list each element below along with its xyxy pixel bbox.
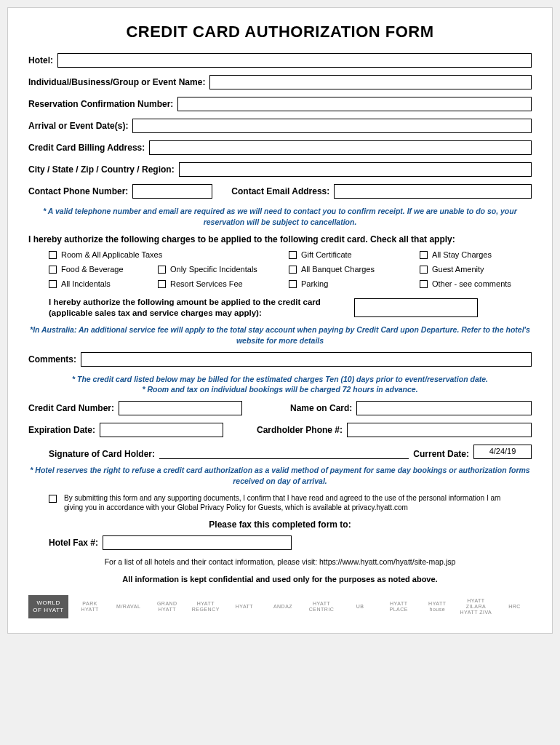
row-citystate: City / State / Zip / Country / Region: (28, 162, 532, 177)
label-signature: Signature of Card Holder: (49, 449, 155, 459)
label-billing: Credit Card Billing Address: (28, 143, 145, 153)
logo-hyatt-regency: HYATT REGENCY (188, 601, 223, 612)
checkbox-all-stay[interactable] (420, 251, 428, 259)
check-other: Other - see comments (420, 279, 529, 288)
logo-grand-hyatt: GRAND HYATT (150, 601, 184, 612)
checkbox-grid: Room & All Applicable Taxes Gift Certifi… (49, 250, 532, 288)
hotel-list-text: For a list of all hotels and their conta… (28, 557, 532, 566)
label-current-date: Current Date: (413, 449, 469, 459)
label-hotel: Hotel: (28, 55, 53, 65)
checkbox-banquet[interactable] (289, 266, 297, 274)
label-citystate: City / State / Zip / Country / Region: (28, 164, 175, 175)
input-citystate[interactable] (179, 162, 532, 177)
label-cc-phone: Cardholder Phone #: (257, 425, 343, 435)
row-arrival: Arrival or Event Date(s): (28, 119, 532, 133)
check-parking: Parking (289, 279, 412, 288)
checkbox-room-taxes[interactable] (49, 251, 57, 259)
check-food-bev: Food & Beverage (49, 265, 151, 274)
row-contact: Contact Phone Number: Contact Email Addr… (28, 184, 532, 199)
authorize-amount-row: I hereby authorize the following amount … (49, 297, 532, 319)
checkbox-guest-amenity[interactable] (420, 266, 428, 274)
checkbox-gift-cert[interactable] (289, 251, 297, 259)
input-reservation[interactable] (177, 97, 532, 111)
input-email[interactable] (334, 184, 532, 199)
row-cc-exp-phone: Expiration Date: Cardholder Phone #: (28, 423, 532, 437)
note-billing-timeline: * The credit card listed below may be bi… (28, 374, 532, 395)
input-phone[interactable] (132, 184, 212, 199)
row-billing: Credit Card Billing Address: (28, 140, 532, 155)
checkbox-parking[interactable] (289, 280, 297, 288)
label-cc-number: Credit Card Number: (28, 403, 114, 413)
row-hotel: Hotel: (28, 53, 532, 68)
label-reservation: Reservation Confirmation Number: (28, 99, 173, 109)
logo-hyatt-place: HYATT PLACE (382, 601, 416, 612)
input-cc-name[interactable] (356, 401, 532, 415)
authorize-amount-label: I hereby authorize the following amount … (49, 297, 340, 319)
label-comments: Comments: (28, 354, 76, 364)
input-name[interactable] (209, 75, 532, 89)
checkbox-food-bev[interactable] (49, 266, 57, 274)
checkbox-resort-fee[interactable] (158, 280, 166, 288)
form-title: CREDIT CARD AUTHORIZATION FORM (28, 23, 532, 41)
note-refuse-right: * Hotel reserves the right to refuse a c… (28, 465, 532, 486)
row-cc-number-name: Credit Card Number: Name on Card: (28, 401, 532, 415)
fax-title: Please fax this completed form to: (28, 519, 532, 530)
note-australia: *In Australia: An additional service fee… (28, 324, 532, 346)
checkbox-other[interactable] (420, 280, 428, 288)
authorize-charges-label: I hereby authorize the following charges… (28, 234, 532, 244)
label-fax: Hotel Fax #: (49, 538, 98, 548)
logo-hrc: HRC (497, 604, 532, 610)
label-cc-exp: Expiration Date: (28, 425, 95, 435)
logo-andaz: ANDAZ (265, 604, 300, 610)
check-resort-fee: Resort Services Fee (158, 279, 281, 288)
checkbox-specific-inc[interactable] (158, 266, 166, 274)
row-privacy: By submitting this form and any supporti… (49, 493, 511, 512)
input-hotel[interactable] (57, 53, 532, 68)
checkbox-all-inc[interactable] (49, 280, 57, 288)
input-current-date[interactable]: 4/24/19 (473, 445, 532, 459)
input-arrival[interactable] (132, 119, 532, 133)
logo-hyatt-centric: HYATT CENTRIC (305, 601, 339, 612)
input-comments[interactable] (81, 352, 532, 367)
note-contact-required: * A valid telephone number and email are… (28, 206, 532, 227)
checkbox-privacy[interactable] (49, 495, 57, 503)
privacy-text: By submitting this form and any supporti… (64, 493, 511, 512)
input-authorize-amount[interactable] (354, 298, 478, 317)
label-arrival: Arrival or Event Date(s): (28, 121, 128, 131)
check-all-stay: All Stay Charges (420, 250, 529, 259)
row-comments: Comments: (28, 352, 532, 367)
label-phone: Contact Phone Number: (28, 186, 128, 196)
check-gift-cert: Gift Certificate (289, 250, 412, 259)
logo-hyatt-zilara-ziva: HYATT ZILARA HYATT ZIVA (459, 598, 493, 615)
input-cc-number[interactable] (119, 401, 242, 415)
check-all-inc: All Incidentals (49, 279, 151, 288)
logo-park-hyatt: PARK HYATT (73, 601, 107, 612)
logo-ub: UB (343, 604, 377, 610)
check-banquet: All Banquet Charges (289, 265, 412, 274)
input-billing[interactable] (149, 140, 532, 155)
label-email: Contact Email Address: (231, 186, 329, 196)
logo-world-of-hyatt: WORLD OF HYATT (28, 595, 68, 618)
input-cc-exp[interactable] (100, 423, 223, 437)
logo-hyatt-house: HYATT house (420, 601, 455, 612)
label-name: Individual/Business/Group or Event Name: (28, 77, 205, 87)
confidential-text: All information is kept confidential and… (28, 575, 532, 583)
row-name: Individual/Business/Group or Event Name: (28, 75, 532, 89)
brand-logos: WORLD OF HYATT PARK HYATT M/RAVAL GRAND … (28, 595, 532, 618)
check-guest-amenity: Guest Amenity (420, 265, 529, 274)
check-specific-inc: Only Specific Incidentals (158, 265, 281, 274)
logo-miraval: M/RAVAL (111, 604, 145, 610)
check-room-taxes: Room & All Applicable Taxes (49, 250, 281, 259)
form-page: CREDIT CARD AUTHORIZATION FORM Hotel: In… (7, 7, 553, 634)
label-cc-name: Name on Card: (290, 403, 352, 413)
logo-hyatt: HYATT (227, 604, 261, 610)
row-fax: Hotel Fax #: (49, 535, 532, 550)
row-reservation: Reservation Confirmation Number: (28, 97, 532, 111)
input-fax[interactable] (103, 535, 292, 550)
row-signature: Signature of Card Holder: Current Date: … (49, 445, 532, 459)
signature-line[interactable] (159, 447, 409, 459)
input-cc-phone[interactable] (347, 423, 532, 437)
